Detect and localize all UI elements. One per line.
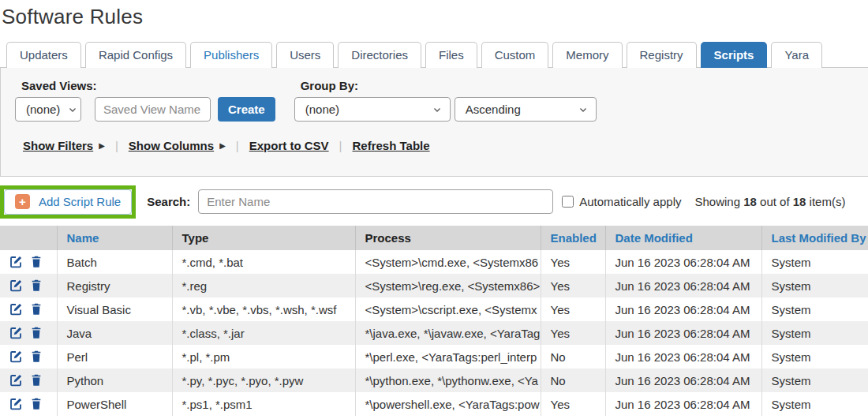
trash-icon[interactable] [30, 373, 43, 387]
tab-scripts[interactable]: Scripts [701, 42, 768, 68]
table-row-registry: Registry*.reg<System>\reg.exe, <Systemx8… [0, 274, 868, 297]
last-modified-by-cell: System [761, 368, 868, 392]
row-actions-cell [0, 368, 57, 392]
process-cell: *\perl.exe, <YaraTags:perl_interp [355, 345, 541, 368]
enabled-cell: Yes [541, 297, 605, 321]
column-header-enabled[interactable]: Enabled [541, 226, 605, 250]
tab-users[interactable]: Users [276, 42, 334, 68]
pencil-square-icon[interactable] [9, 255, 23, 269]
process-cell: *\python.exe, *\pythonw.exe, <Ya [355, 368, 541, 392]
trash-icon[interactable] [30, 326, 43, 340]
tab-registry[interactable]: Registry [627, 42, 697, 68]
tab-custom[interactable]: Custom [481, 42, 549, 68]
row-actions-cell [0, 297, 57, 321]
sort-order-selected-value: Ascending [466, 103, 521, 116]
toolbar: + Add Script Rule Search: Automatically … [0, 185, 868, 219]
sort-order-select[interactable]: Ascending [455, 97, 597, 122]
table-links-row: Show Filters▶|Show Columns▶|Export to CS… [23, 139, 868, 152]
export-to-csv-link[interactable]: Export to CSV [249, 139, 329, 152]
total-count: 18 [793, 195, 806, 208]
name-cell: PowerShell [57, 392, 172, 416]
trash-icon[interactable] [30, 255, 43, 269]
last-modified-by-cell: System [761, 250, 868, 274]
saved-views-label: Saved Views: [21, 79, 275, 92]
saved-view-name-input[interactable] [95, 97, 211, 122]
process-cell: *\java.exe, *\javaw.exe, <YaraTag [355, 321, 541, 345]
column-header-type: Type [172, 226, 355, 250]
refresh-table-link[interactable]: Refresh Table [353, 139, 430, 152]
actions-column-header [0, 226, 57, 250]
auto-apply-checkbox[interactable] [562, 196, 574, 208]
name-cell: Batch [57, 250, 172, 274]
chevron-down-icon [578, 105, 588, 114]
create-button[interactable]: Create [218, 97, 275, 122]
table-row-java: Java*.class, *.jar*\java.exe, *\javaw.ex… [0, 321, 868, 345]
column-header-name[interactable]: Name [57, 226, 172, 250]
trash-icon[interactable] [30, 279, 43, 293]
pencil-square-icon[interactable] [9, 326, 23, 340]
group-by-selected-value: (none) [305, 103, 339, 116]
row-actions-cell [0, 274, 57, 297]
name-cell: Perl [57, 345, 172, 368]
type-cell: *.cmd, *.bat [172, 250, 355, 274]
pencil-square-icon[interactable] [9, 279, 23, 293]
table-row-visual-basic: Visual Basic*.vb, *.vbe, *.vbs, *.wsh, *… [0, 297, 868, 321]
tab-publishers[interactable]: Publishers [190, 42, 272, 68]
group-by-group: Group By: (none) Ascending [294, 77, 597, 122]
type-cell: *.ps1, *.psm1 [172, 392, 355, 416]
link-separator: | [236, 139, 239, 152]
name-cell: Java [57, 321, 172, 345]
pencil-square-icon[interactable] [9, 397, 23, 411]
date-modified-cell: Jun 16 2023 06:28:04 AM [605, 392, 761, 416]
saved-views-select[interactable]: (none) [15, 97, 81, 122]
column-header-process: Process [355, 226, 541, 250]
type-cell: *.py, *.pyc, *.pyo, *.pyw [172, 368, 355, 392]
group-by-select[interactable]: (none) [294, 97, 451, 122]
table-header-row: NameTypeProcessEnabledDate ModifiedLast … [0, 226, 868, 250]
last-modified-by-cell: System [761, 274, 868, 297]
table-row-batch: Batch*.cmd, *.bat<System>\cmd.exe, <Syst… [0, 250, 868, 274]
link-separator: | [339, 139, 342, 152]
search-input[interactable] [198, 189, 553, 214]
trash-icon[interactable] [30, 350, 43, 364]
enabled-cell: No [541, 368, 605, 392]
trash-icon[interactable] [30, 397, 43, 411]
enabled-cell: No [541, 345, 605, 368]
plus-icon: + [15, 194, 30, 209]
tab-memory[interactable]: Memory [552, 42, 622, 68]
column-header-last-modified-by[interactable]: Last Modified By [761, 226, 868, 250]
table-row-powershell: PowerShell*.ps1, *.psm1*\powershell.exe,… [0, 392, 868, 416]
tab-files[interactable]: Files [425, 42, 477, 68]
page-title: Software Rules [2, 5, 868, 29]
enabled-cell: Yes [541, 274, 605, 297]
type-cell: *.pl, *.pm [172, 345, 355, 368]
row-actions-cell [0, 392, 57, 416]
tab-updaters[interactable]: Updaters [6, 42, 81, 68]
show-columns-link[interactable]: Show Columns [129, 139, 214, 152]
date-modified-cell: Jun 16 2023 06:28:04 AM [605, 345, 761, 368]
process-cell: <System>\cscript.exe, <Systemx [355, 297, 541, 321]
enabled-cell: Yes [541, 250, 605, 274]
row-actions-cell [0, 345, 57, 368]
tab-yara[interactable]: Yara [771, 42, 822, 68]
process-cell: *\powershell.exe, <YaraTags:pow [355, 392, 541, 416]
name-cell: Python [57, 368, 172, 392]
search-label: Search: [147, 195, 190, 208]
filter-panel: Saved Views: (none) Create Group By: (no… [0, 68, 868, 177]
type-cell: *.vb, *.vbe, *.vbs, *.wsh, *.wsf [172, 297, 355, 321]
tab-rapid-configs[interactable]: Rapid Configs [85, 42, 186, 68]
annotation-highlight-box: + Add Script Rule [0, 185, 136, 219]
pencil-square-icon[interactable] [9, 373, 23, 387]
name-cell: Visual Basic [57, 297, 172, 321]
show-filters-link[interactable]: Show Filters [23, 139, 93, 152]
column-header-date-modified[interactable]: Date Modified [605, 226, 761, 250]
row-actions-cell [0, 321, 57, 345]
auto-apply-control[interactable]: Automatically apply [562, 195, 681, 208]
pencil-square-icon[interactable] [9, 302, 23, 316]
tab-directories[interactable]: Directories [338, 42, 421, 68]
add-script-rule-button[interactable]: + Add Script Rule [4, 189, 132, 215]
showing-count-text: Showing 18 out of 18 item(s) [694, 195, 845, 208]
trash-icon[interactable] [30, 302, 43, 316]
date-modified-cell: Jun 16 2023 06:28:04 AM [605, 321, 761, 345]
pencil-square-icon[interactable] [9, 350, 23, 364]
